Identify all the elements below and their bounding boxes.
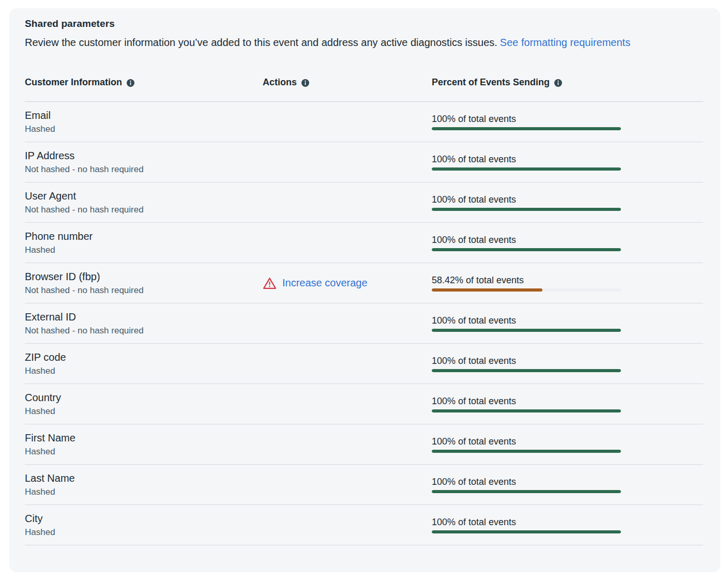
progress-bar-track: [432, 490, 621, 493]
table-row: Phone number Hashed 100% of total events: [25, 223, 703, 263]
progress-bar-track: [432, 369, 621, 372]
progress-bar-track: [432, 127, 621, 130]
hash-status: Not hashed - no hash required: [25, 284, 263, 297]
customer-information-cell: Country Hashed: [25, 391, 263, 418]
percent-label: 100% of total events: [432, 194, 703, 205]
percent-cell: 100% of total events: [432, 355, 703, 372]
percent-cell: 100% of total events: [432, 315, 703, 332]
table-row: Last Name Hashed 100% of total events: [25, 465, 703, 505]
progress-bar-fill: [432, 409, 621, 412]
hash-status: Hashed: [25, 445, 263, 458]
hash-status: Not hashed - no hash required: [25, 324, 263, 337]
progress-bar-track: [432, 248, 621, 251]
customer-information-cell: External ID Not hashed - no hash require…: [25, 310, 263, 337]
percent-label: 100% of total events: [432, 113, 703, 125]
percent-cell: 100% of total events: [432, 436, 703, 453]
progress-bar-fill: [432, 530, 621, 533]
percent-cell: 100% of total events: [432, 154, 703, 171]
customer-information-cell: Last Name Hashed: [25, 471, 263, 498]
progress-bar-track: [432, 530, 621, 533]
table-row: First Name Hashed 100% of total events: [25, 424, 703, 465]
progress-bar-fill: [432, 127, 621, 130]
customer-information-cell: ZIP code Hashed: [25, 350, 263, 377]
panel-title: Shared parameters: [25, 18, 703, 29]
warning-icon: [263, 277, 277, 289]
parameter-name: First Name: [25, 431, 263, 445]
hash-status: Hashed: [25, 485, 263, 498]
hash-status: Hashed: [25, 123, 263, 135]
info-icon[interactable]: [301, 79, 309, 87]
progress-bar-fill: [432, 450, 621, 453]
table-header-row: Customer Information Actions Percent of …: [25, 74, 703, 102]
percent-label: 58.42% of total events: [432, 274, 703, 286]
customer-information-cell: Browser ID (fbp) Not hashed - no hash re…: [25, 270, 263, 297]
column-header-percent-of-events-sending: Percent of Events Sending: [432, 74, 703, 88]
table-row: External ID Not hashed - no hash require…: [25, 303, 703, 344]
percent-label: 100% of total events: [432, 355, 703, 366]
percent-label: 100% of total events: [432, 234, 703, 246]
parameter-name: IP Address: [25, 149, 263, 163]
customer-information-cell: City Hashed: [25, 512, 263, 539]
customer-information-cell: Phone number Hashed: [25, 230, 263, 256]
customer-information-cell: Email Hashed: [25, 109, 263, 135]
percent-cell: 100% of total events: [432, 395, 703, 412]
hash-status: Hashed: [25, 405, 263, 418]
progress-bar-fill: [432, 248, 621, 251]
increase-coverage-link[interactable]: Increase coverage: [282, 277, 368, 289]
column-header-label: Customer Information: [25, 77, 122, 88]
hash-status: Not hashed - no hash required: [25, 163, 263, 176]
hash-status: Hashed: [25, 526, 263, 539]
progress-bar-track: [432, 167, 621, 171]
customer-information-cell: User Agent Not hashed - no hash required: [25, 189, 263, 216]
progress-bar-fill: [432, 369, 621, 372]
progress-bar-fill: [432, 167, 621, 171]
hash-status: Hashed: [25, 364, 263, 377]
progress-bar-fill: [432, 208, 621, 211]
parameter-name: User Agent: [25, 189, 263, 203]
customer-information-cell: First Name Hashed: [25, 431, 263, 458]
percent-cell: 100% of total events: [432, 476, 703, 493]
info-icon[interactable]: [554, 79, 562, 87]
column-header-actions: Actions: [263, 74, 432, 88]
percent-cell: 100% of total events: [432, 234, 703, 251]
table-row: IP Address Not hashed - no hash required…: [25, 142, 703, 182]
column-header-customer-information: Customer Information: [25, 74, 263, 88]
percent-cell: 58.42% of total events: [432, 274, 703, 292]
hash-status: Hashed: [25, 243, 263, 256]
progress-bar-fill: [432, 490, 621, 493]
customer-information-cell: IP Address Not hashed - no hash required: [25, 149, 263, 176]
progress-bar-track: [432, 288, 621, 292]
description-text: Review the customer information you’ve a…: [25, 37, 497, 48]
table-row: ZIP code Hashed 100% of total events: [25, 344, 703, 384]
parameter-name: Country: [25, 391, 263, 405]
info-icon[interactable]: [127, 79, 134, 87]
progress-bar-track: [432, 208, 621, 211]
parameter-name: Last Name: [25, 471, 263, 485]
table-row: City Hashed 100% of total events: [25, 505, 703, 545]
column-header-label: Percent of Events Sending: [432, 77, 550, 88]
progress-bar-track: [432, 450, 621, 453]
parameter-name: Phone number: [25, 230, 263, 243]
panel-description: Review the customer information you’ve a…: [25, 34, 662, 51]
parameter-name: ZIP code: [25, 350, 263, 364]
table-row: Country Hashed 100% of total events: [25, 384, 703, 424]
percent-label: 100% of total events: [432, 516, 703, 528]
progress-bar-track: [432, 409, 621, 412]
shared-parameters-panel: Shared parameters Review the customer in…: [9, 8, 720, 572]
formatting-requirements-link[interactable]: See formatting requirements: [500, 37, 630, 48]
parameter-name: City: [25, 512, 263, 526]
percent-label: 100% of total events: [432, 395, 703, 407]
action-cell: Increase coverage: [263, 277, 432, 289]
percent-label: 100% of total events: [432, 315, 703, 326]
parameter-name: Email: [25, 109, 263, 123]
column-header-label: Actions: [263, 77, 297, 88]
table-body: Email Hashed 100% of total events IP Add…: [25, 102, 703, 545]
parameter-name: Browser ID (fbp): [25, 270, 263, 284]
progress-bar-fill: [432, 288, 542, 292]
percent-label: 100% of total events: [432, 476, 703, 487]
parameter-name: External ID: [25, 310, 263, 324]
percent-cell: 100% of total events: [432, 516, 703, 533]
percent-label: 100% of total events: [432, 154, 703, 165]
percent-cell: 100% of total events: [432, 113, 703, 130]
progress-bar-fill: [432, 329, 621, 332]
